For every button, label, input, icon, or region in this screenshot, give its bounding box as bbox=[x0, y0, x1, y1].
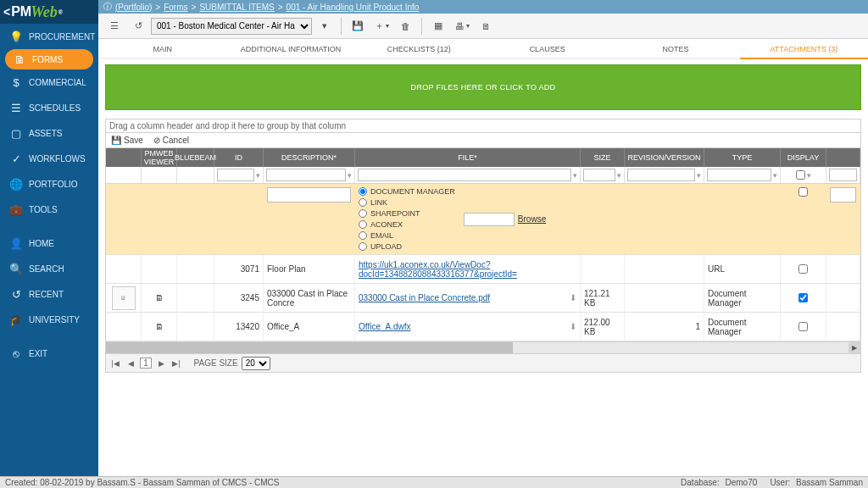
cell-file-link[interactable]: 033000 Cast in Place Concrete.pdf bbox=[359, 293, 490, 302]
grid-scrollbar[interactable]: ◀ ▶ bbox=[105, 342, 861, 354]
col-bluebeam[interactable]: BLUEBEAM bbox=[177, 148, 214, 167]
radio-aconex[interactable] bbox=[359, 220, 367, 229]
add-button[interactable]: ＋▾ bbox=[370, 16, 392, 36]
print-button[interactable]: 🖶▾ bbox=[451, 16, 473, 36]
project-menu-button[interactable]: ▾ bbox=[314, 16, 336, 36]
info-icon[interactable]: ⓘ bbox=[103, 1, 112, 13]
group-by-bar[interactable]: Drag a column header and drop it here to… bbox=[105, 119, 861, 132]
crumb-item[interactable]: 001 - Air Handling Unit Product Info bbox=[287, 3, 420, 12]
project-select[interactable]: 001 - Boston Medical Center - Air Ha bbox=[151, 18, 312, 35]
nav-commercial[interactable]: $COMMERCIAL bbox=[0, 69, 98, 95]
save-button[interactable]: 💾 bbox=[347, 16, 369, 36]
grid-save-button[interactable]: 💾Save bbox=[111, 136, 143, 145]
filter-display[interactable] bbox=[796, 170, 805, 180]
export-button[interactable]: 🗎 bbox=[475, 16, 497, 36]
cell-rev bbox=[625, 255, 704, 283]
table-row: 🗎 🗎 3245 033000 Cast in Place Concre 033… bbox=[106, 284, 860, 313]
grid-cancel-button[interactable]: ⊘Cancel bbox=[153, 136, 189, 145]
attachments-grid: PMWEB VIEWER BLUEBEAM ID DESCRIPTION* FI… bbox=[105, 147, 861, 342]
col-file[interactable]: FILE* bbox=[355, 148, 581, 167]
nav-schedules[interactable]: ☰SCHEDULES bbox=[0, 95, 98, 120]
scroll-right-icon[interactable]: ▶ bbox=[849, 342, 860, 354]
pager-current[interactable]: 1 bbox=[140, 358, 152, 369]
funnel-icon[interactable]: ▾ bbox=[617, 171, 621, 180]
funnel-icon[interactable]: ▾ bbox=[573, 171, 577, 180]
col-id[interactable]: ID bbox=[214, 148, 264, 167]
pager-prev[interactable]: ◀ bbox=[125, 358, 136, 369]
edit-display[interactable] bbox=[798, 187, 808, 197]
nav-university[interactable]: 🎓UNIVERSITY bbox=[0, 307, 98, 332]
col-description[interactable]: DESCRIPTION* bbox=[264, 148, 355, 167]
tab-notes[interactable]: NOTES bbox=[611, 39, 739, 58]
col-size[interactable]: SIZE bbox=[581, 148, 625, 167]
cell-id: 13420 bbox=[214, 313, 264, 341]
tab-main[interactable]: MAIN bbox=[98, 39, 226, 58]
dropzone[interactable]: DROP FILES HERE OR CLICK TO ADD bbox=[105, 64, 861, 110]
edit-file-path[interactable] bbox=[464, 213, 515, 226]
funnel-icon[interactable]: ▾ bbox=[773, 171, 777, 180]
nav-home[interactable]: 👤HOME bbox=[0, 230, 98, 256]
edit-description[interactable] bbox=[267, 187, 351, 202]
grid-button[interactable]: ▦ bbox=[427, 16, 449, 36]
scroll-thumb[interactable] bbox=[106, 342, 513, 353]
filter-file[interactable] bbox=[358, 169, 571, 181]
crumb-portfolio[interactable]: (Portfolio) bbox=[115, 3, 152, 12]
grid-filter-row: ▾ ▾ ▾ ▾ ▾ ▾ ▾ bbox=[106, 167, 860, 184]
pager-last[interactable]: ▶| bbox=[170, 358, 182, 369]
pmweb-viewer-icon[interactable]: 🗎 bbox=[155, 322, 164, 331]
crumb-forms[interactable]: Forms bbox=[164, 3, 187, 12]
nav-assets[interactable]: ▢ASSETS bbox=[0, 120, 98, 146]
history-button[interactable]: ↺ bbox=[127, 16, 149, 36]
nav-forms[interactable]: 🗎FORMS bbox=[5, 49, 93, 69]
nav-portfolio[interactable]: 🌐PORTFOLIO bbox=[0, 171, 98, 197]
filter-desc[interactable] bbox=[266, 169, 346, 181]
crumb-submittal[interactable]: SUBMITTAL ITEMS bbox=[199, 3, 274, 12]
col-type[interactable]: TYPE bbox=[704, 148, 781, 167]
browse-link[interactable]: Browse bbox=[518, 214, 546, 224]
filter-id[interactable] bbox=[217, 169, 254, 181]
pmweb-viewer-icon[interactable]: 🗎 bbox=[155, 293, 164, 302]
filter-size[interactable] bbox=[583, 169, 615, 181]
pager-next[interactable]: ▶ bbox=[155, 358, 167, 369]
download-icon[interactable]: ⬇ bbox=[570, 293, 576, 302]
nav-search[interactable]: 🔍SEARCH bbox=[0, 256, 98, 281]
radio-link[interactable] bbox=[359, 198, 367, 207]
filter-type[interactable] bbox=[707, 169, 771, 181]
table-row: 🗎 13420 Office_A Office_A.dwfx⬇ 212.00 K… bbox=[106, 313, 860, 341]
delete-button[interactable]: 🗑 bbox=[394, 16, 416, 36]
tab-checklists[interactable]: CHECKLISTS (12) bbox=[355, 39, 483, 58]
funnel-icon[interactable]: ▾ bbox=[807, 171, 811, 180]
nav-workflows[interactable]: ✓WORKFLOWS bbox=[0, 146, 98, 171]
cell-display[interactable] bbox=[798, 293, 808, 302]
radio-email[interactable] bbox=[359, 231, 367, 240]
nav-recent[interactable]: ↺RECENT bbox=[0, 281, 98, 307]
col-revision[interactable]: REVISION/VERSION bbox=[625, 148, 704, 167]
col-display[interactable]: DISPLAY bbox=[781, 148, 826, 167]
nav-tools[interactable]: 💼TOOLS bbox=[0, 197, 98, 222]
filter-rev[interactable] bbox=[627, 169, 695, 181]
tab-additional[interactable]: ADDITIONAL INFORMATION bbox=[226, 39, 354, 58]
funnel-icon[interactable]: ▾ bbox=[348, 171, 352, 180]
edit-extra[interactable] bbox=[830, 187, 856, 202]
nav-exit[interactable]: ⎋EXIT bbox=[0, 341, 98, 366]
cell-display[interactable] bbox=[798, 264, 808, 274]
pager-size-select[interactable]: 20 bbox=[242, 357, 270, 370]
nav-procurement[interactable]: 💡PROCUREMENT bbox=[0, 24, 98, 49]
radio-sharepoint[interactable] bbox=[359, 209, 367, 218]
list-button[interactable]: ☰ bbox=[103, 16, 125, 36]
tab-clauses[interactable]: CLAUSES bbox=[483, 39, 611, 58]
radio-upload[interactable] bbox=[359, 242, 367, 251]
radio-docmgr[interactable] bbox=[359, 187, 367, 196]
cell-id: 3245 bbox=[214, 284, 264, 312]
pager-first[interactable]: |◀ bbox=[109, 358, 121, 369]
status-user-label: User: bbox=[770, 478, 790, 487]
download-icon[interactable]: ⬇ bbox=[570, 322, 576, 331]
filter-extra[interactable] bbox=[829, 169, 857, 181]
col-pmweb[interactable]: PMWEB VIEWER bbox=[142, 148, 177, 167]
cell-display[interactable] bbox=[798, 322, 808, 331]
tab-attachments[interactable]: ATTACHMENTS (3) bbox=[740, 39, 868, 59]
cell-file-link[interactable]: https://uk1.aconex.co.uk/ViewDoc?docId=1… bbox=[359, 260, 576, 279]
funnel-icon[interactable]: ▾ bbox=[256, 171, 260, 180]
cell-file-link[interactable]: Office_A.dwfx bbox=[359, 322, 411, 331]
funnel-icon[interactable]: ▾ bbox=[697, 171, 701, 180]
